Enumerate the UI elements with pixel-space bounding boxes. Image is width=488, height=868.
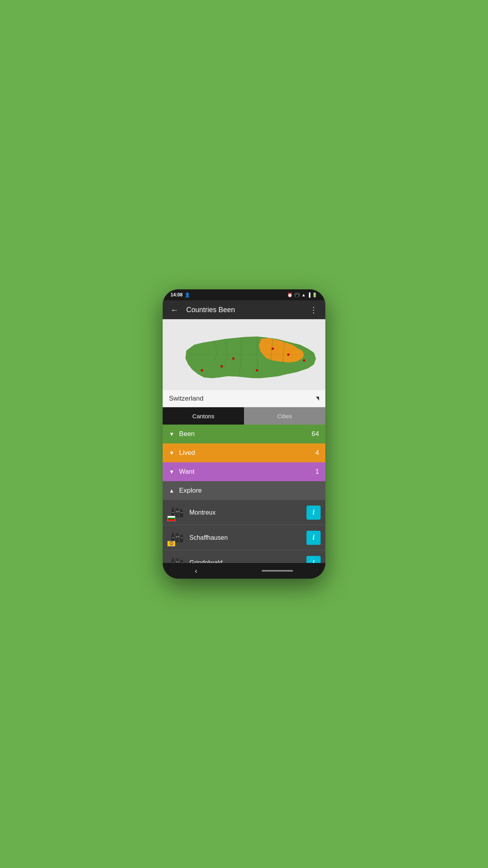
want-count: 1: [316, 468, 319, 476]
want-section: ▼ Want 1: [163, 462, 325, 481]
content-area: Switzerland Cantons Cities ▼ Been 64 ▼ L: [163, 319, 325, 563]
svg-rect-32: [181, 537, 182, 538]
want-header[interactable]: ▼ Want 1: [163, 462, 325, 481]
signal-icon: ▐: [307, 292, 310, 297]
svg-rect-10: [172, 508, 174, 509]
svg-point-4: [220, 365, 223, 368]
lived-label: Lived: [179, 449, 311, 457]
lived-count: 4: [316, 449, 319, 457]
want-label: Want: [179, 468, 311, 476]
svg-rect-19: [181, 512, 182, 513]
dropdown-arrow-icon: [316, 397, 319, 401]
svg-rect-30: [176, 536, 177, 537]
call-icon: 👤: [185, 292, 190, 298]
status-right: ⏰ 📳 ▲ ▐ 🔋: [287, 292, 317, 298]
svg-rect-17: [176, 511, 177, 512]
tabs-container: Cantons Cities: [163, 407, 325, 425]
svg-rect-46: [182, 563, 183, 563]
city-icon-grindelwald: [167, 554, 185, 563]
svg-point-6: [303, 359, 305, 362]
svg-rect-44: [178, 561, 179, 563]
been-count: 64: [312, 430, 319, 438]
want-chevron-icon: ▼: [169, 469, 174, 475]
back-button[interactable]: ←: [169, 304, 180, 316]
nav-bar: ‹: [163, 563, 325, 579]
wifi-icon: ▲: [301, 292, 306, 297]
time-display: 14:08: [171, 292, 183, 298]
svg-rect-23: [172, 533, 174, 535]
svg-rect-12: [176, 508, 179, 510]
been-section: ▼ Been 64: [163, 425, 325, 443]
svg-point-7: [256, 369, 258, 371]
svg-rect-25: [176, 533, 179, 535]
svg-rect-38: [176, 558, 179, 561]
status-left: 14:08 👤: [171, 292, 190, 298]
lived-chevron-icon: ▼: [169, 450, 174, 456]
info-button-schaffhausen[interactable]: i: [306, 531, 321, 545]
status-bar: 14:08 👤 ⏰ 📳 ▲ ▐ 🔋: [163, 289, 325, 300]
app-bar-title: Countries Been: [186, 306, 302, 314]
city-name-grindelwald: Grindelwald: [189, 559, 302, 563]
svg-rect-16: [173, 512, 174, 513]
svg-rect-22: [172, 535, 174, 537]
svg-rect-36: [172, 558, 174, 560]
country-selector[interactable]: Switzerland: [163, 390, 325, 407]
been-label: Been: [179, 430, 307, 438]
tab-cities[interactable]: Cities: [244, 407, 325, 425]
phone-frame: 14:08 👤 ⏰ 📳 ▲ ▐ 🔋 ← Countries Been ⋮: [163, 289, 325, 579]
flag-montreux: [167, 516, 175, 521]
tab-cantons[interactable]: Cantons: [163, 407, 244, 425]
nav-back-button[interactable]: ‹: [195, 567, 197, 575]
home-indicator[interactable]: [262, 570, 293, 572]
svg-rect-35: [172, 560, 174, 562]
svg-rect-15: [172, 512, 173, 513]
city-name-montreux: Montreux: [189, 509, 302, 516]
svg-rect-29: [173, 537, 174, 538]
svg-rect-31: [178, 536, 179, 537]
info-icon-grindelwald: i: [312, 559, 314, 563]
been-header[interactable]: ▼ Been 64: [163, 425, 325, 443]
info-button-grindelwald[interactable]: i: [306, 556, 321, 563]
flag-schaffhausen: 🦁: [167, 541, 175, 546]
explore-section: ▲ Explore: [163, 481, 325, 563]
alarm-icon: ⏰: [287, 292, 293, 298]
city-icon-schaffhausen: 🦁: [167, 529, 185, 546]
been-chevron-icon: ▼: [169, 431, 174, 437]
svg-rect-28: [172, 537, 173, 538]
svg-rect-45: [181, 563, 182, 563]
svg-point-5: [201, 369, 203, 371]
country-name: Switzerland: [169, 395, 204, 403]
svg-rect-20: [182, 512, 183, 513]
svg-point-1: [232, 357, 235, 360]
svg-rect-40: [180, 560, 183, 562]
svg-rect-43: [176, 561, 177, 563]
city-icon-montreux: [167, 504, 185, 521]
svg-rect-18: [178, 511, 179, 512]
city-item-montreux[interactable]: Montreux i: [163, 500, 325, 525]
more-options-button[interactable]: ⋮: [308, 303, 319, 316]
city-item-grindelwald[interactable]: Grindelwald i: [163, 550, 325, 563]
info-icon-montreux: i: [312, 508, 314, 517]
info-button-montreux[interactable]: i: [306, 506, 321, 520]
building-icon-grindelwald: [171, 554, 185, 563]
svg-rect-27: [180, 535, 183, 537]
info-icon-schaffhausen: i: [312, 533, 314, 542]
svg-rect-14: [180, 509, 183, 512]
app-bar: ← Countries Been ⋮: [163, 300, 325, 319]
city-item-schaffhausen[interactable]: 🦁 Schaffhausen i: [163, 525, 325, 550]
svg-rect-41: [172, 563, 173, 563]
svg-rect-42: [173, 563, 174, 563]
explore-chevron-icon: ▲: [169, 487, 174, 494]
svg-rect-33: [182, 537, 183, 538]
svg-rect-9: [172, 509, 174, 512]
city-name-schaffhausen: Schaffhausen: [189, 534, 302, 541]
map-container[interactable]: [163, 319, 325, 390]
explore-label: Explore: [179, 487, 319, 495]
vibrate-icon: 📳: [294, 292, 300, 298]
lived-header[interactable]: ▼ Lived 4: [163, 443, 325, 462]
explore-header[interactable]: ▲ Explore: [163, 481, 325, 500]
battery-icon: 🔋: [312, 292, 317, 298]
lived-section: ▼ Lived 4: [163, 443, 325, 462]
